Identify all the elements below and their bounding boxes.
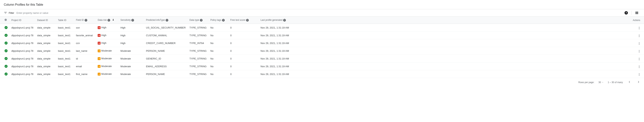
columns-icon[interactable] bbox=[635, 11, 639, 15]
cell-project: dlppsbqrun1-proj-78 bbox=[10, 70, 35, 78]
col-last[interactable]: Last profile generated bbox=[260, 19, 282, 21]
help-icon[interactable]: ? bbox=[624, 11, 628, 14]
help-icon[interactable]: ? bbox=[222, 19, 225, 21]
cell-policy: No bbox=[208, 70, 228, 78]
cell-infotype: US_SOCIAL_SECURITY_NUMBER bbox=[144, 24, 188, 31]
cell-field: email bbox=[74, 63, 96, 70]
row-actions-button[interactable] bbox=[638, 49, 640, 53]
cell-free: 0 bbox=[228, 31, 258, 39]
cell-infotype: PERSON_NAME bbox=[144, 47, 188, 55]
help-icon[interactable]: ? bbox=[166, 19, 168, 21]
rows-per-page-select[interactable]: 30 bbox=[598, 81, 604, 84]
col-actions: Actions bbox=[633, 19, 640, 21]
table-row[interactable]: dlppsbqrun1-proj-78data_simplebasic_test… bbox=[0, 63, 644, 70]
filter-bar: Filter ? bbox=[0, 9, 644, 16]
help-icon[interactable]: ? bbox=[200, 19, 202, 21]
check-circle-icon bbox=[4, 57, 8, 60]
row-actions-button[interactable] bbox=[638, 65, 640, 69]
row-actions-button[interactable] bbox=[638, 34, 640, 38]
cell-dtype: TYPE_STRING bbox=[188, 63, 208, 70]
cell-dataset: data_simple bbox=[35, 63, 56, 70]
table-row[interactable]: dlppsbqrun1-proj-78data_simplebasic_test… bbox=[0, 39, 644, 47]
pagination-range: 1 – 30 of many bbox=[608, 81, 623, 84]
cell-free: 0 bbox=[228, 47, 258, 55]
profiles-table: Project ID Dataset ID Table ID Field ID?… bbox=[0, 16, 644, 78]
cell-risk: !!Moderate bbox=[96, 55, 118, 63]
cell-field: last_name bbox=[74, 47, 96, 55]
cell-dataset: data_simple bbox=[35, 39, 56, 47]
col-free[interactable]: Free text score bbox=[230, 19, 245, 21]
cell-field: first_name bbox=[74, 70, 96, 78]
cell-risk: !!!High bbox=[96, 24, 118, 31]
cell-project: dlppsbqrun1-proj-78 bbox=[10, 47, 35, 55]
next-page-button[interactable] bbox=[636, 80, 641, 85]
cell-project: dlppsbqrun1-proj-78 bbox=[10, 31, 35, 39]
prev-page-button[interactable] bbox=[627, 80, 632, 85]
cell-sensitivity: High bbox=[118, 39, 144, 47]
help-icon[interactable]: ? bbox=[84, 19, 87, 21]
col-field-id[interactable]: Field ID bbox=[76, 19, 84, 21]
risk-badge-icon: !! bbox=[98, 65, 100, 68]
cell-sensitivity: High bbox=[118, 31, 144, 39]
table-row[interactable]: dlppsbqrun1-proj-78data_simplebasic_test… bbox=[0, 70, 644, 78]
check-circle-icon bbox=[4, 49, 8, 52]
cell-table: basic_test1 bbox=[56, 24, 74, 31]
help-icon[interactable]: ? bbox=[108, 19, 110, 21]
cell-last: Nov 29, 2021, 1:31:19 AM bbox=[258, 24, 631, 31]
cell-dtype: TYPE_STRING bbox=[188, 47, 208, 55]
arrow-down-icon[interactable] bbox=[112, 19, 114, 22]
risk-badge-icon: !! bbox=[98, 57, 100, 60]
check-circle-icon bbox=[4, 73, 8, 76]
cell-field: id bbox=[74, 55, 96, 63]
table-row[interactable]: dlppsbqrun1-proj-78data_simplebasic_test… bbox=[0, 47, 644, 55]
cell-project: dlppsbqrun1-proj-78 bbox=[10, 63, 35, 70]
row-actions-button[interactable] bbox=[638, 57, 640, 61]
filter-input[interactable] bbox=[16, 11, 622, 14]
col-project-id[interactable]: Project ID bbox=[11, 19, 22, 21]
col-infotype[interactable]: Predicted infoType bbox=[146, 19, 165, 21]
check-circle-icon bbox=[4, 26, 8, 29]
cell-policy: No bbox=[208, 63, 228, 70]
table-row[interactable]: dlppsbqrun1-proj-78data_simplebasic_test… bbox=[0, 31, 644, 39]
cell-table: basic_test1 bbox=[56, 39, 74, 47]
col-table-id[interactable]: Table ID bbox=[58, 19, 66, 21]
table-row[interactable]: dlppsbqrun1-proj-78data_simplebasic_test… bbox=[0, 55, 644, 63]
help-icon[interactable]: ? bbox=[131, 19, 134, 21]
row-actions-button[interactable] bbox=[638, 26, 640, 30]
cell-table: basic_test1 bbox=[56, 47, 74, 55]
risk-badge-icon: !! bbox=[98, 73, 100, 76]
cell-table: basic_test1 bbox=[56, 55, 74, 63]
cell-sensitivity: Moderate bbox=[118, 55, 144, 63]
cell-sensitivity: Moderate bbox=[118, 47, 144, 55]
cell-sensitivity: Moderate bbox=[118, 63, 144, 70]
filter-icon[interactable] bbox=[4, 11, 7, 14]
rows-per-page-value: 30 bbox=[598, 81, 601, 84]
check-circle-icon bbox=[4, 34, 8, 37]
cell-last: Nov 29, 2021, 1:31:19 AM bbox=[258, 39, 631, 47]
col-data-risk[interactable]: Data risk bbox=[98, 19, 106, 21]
status-header-icon bbox=[4, 19, 7, 21]
row-actions-button[interactable] bbox=[638, 73, 640, 77]
col-sensitivity[interactable]: Sensitivity bbox=[120, 19, 130, 21]
cell-policy: No bbox=[208, 31, 228, 39]
table-row[interactable]: dlppsbqrun1-proj-78data_simplebasic_test… bbox=[0, 24, 644, 31]
col-policy[interactable]: Policy tags bbox=[210, 19, 221, 21]
cell-free: 0 bbox=[228, 63, 258, 70]
cell-policy: No bbox=[208, 39, 228, 47]
cell-field: ssn bbox=[74, 24, 96, 31]
cell-risk: !!Moderate bbox=[96, 70, 118, 78]
cell-infotype: PERSON_NAME bbox=[144, 70, 188, 78]
row-actions-button[interactable] bbox=[638, 42, 640, 45]
cell-last: Nov 29, 2021, 1:31:19 AM bbox=[258, 63, 631, 70]
help-icon[interactable]: ? bbox=[283, 19, 286, 21]
cell-policy: No bbox=[208, 24, 228, 31]
page-title: Column Profiles for this Table bbox=[0, 1, 644, 9]
cell-free: 0 bbox=[228, 24, 258, 31]
cell-free: 0 bbox=[228, 55, 258, 63]
help-icon[interactable]: ? bbox=[246, 19, 249, 21]
col-dataset-id[interactable]: Dataset ID bbox=[37, 19, 48, 21]
col-dtype[interactable]: Data type bbox=[190, 19, 199, 21]
risk-badge-icon: !!! bbox=[98, 42, 100, 45]
cell-dtype: TYPE_STRING bbox=[188, 70, 208, 78]
cell-project: dlppsbqrun1-proj-78 bbox=[10, 55, 35, 63]
